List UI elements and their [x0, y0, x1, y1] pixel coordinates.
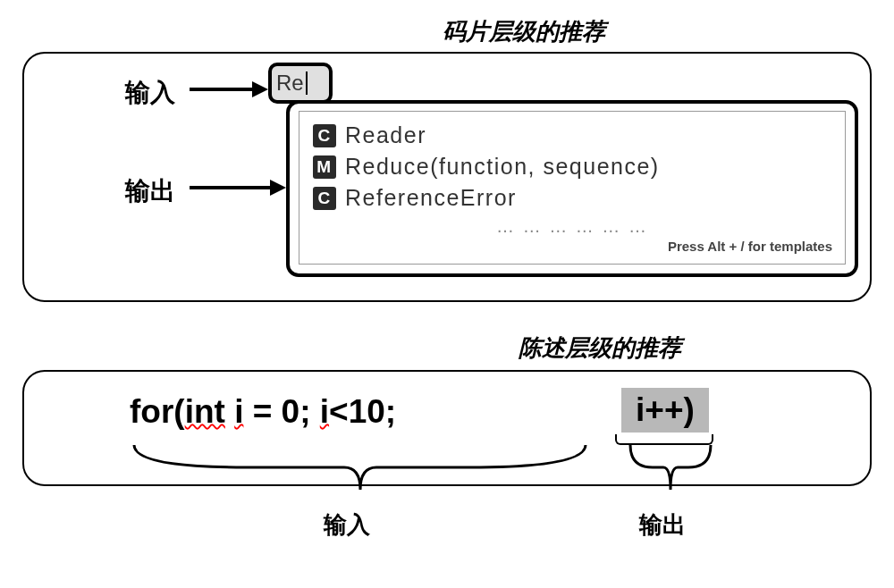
- output-label-2: 输出: [639, 509, 686, 541]
- code-int: int: [185, 393, 225, 430]
- svg-marker-3: [270, 180, 286, 196]
- popup-hint: Press Alt + / for templates: [668, 239, 832, 254]
- input-text: Re: [276, 71, 304, 96]
- popup-item-reader[interactable]: C Reader: [313, 122, 831, 148]
- input-label-2: 输入: [324, 509, 370, 541]
- code-lt: <10;: [329, 393, 396, 430]
- code-input-box[interactable]: Re: [268, 63, 333, 104]
- arrow-output-1: [190, 174, 288, 201]
- suggestion-box[interactable]: i++): [621, 388, 709, 433]
- autocomplete-popup: C Reader M Reduce(function, sequence) C …: [286, 100, 858, 277]
- popup-item-label: Reduce(function, sequence): [345, 154, 660, 180]
- arrow-input-1: [190, 76, 270, 103]
- text-cursor: [306, 71, 308, 95]
- popup-item-label: Reader: [345, 122, 426, 148]
- class-icon: C: [313, 124, 336, 147]
- section2-title: 陈述层级的推荐: [519, 332, 681, 364]
- code-space: [225, 393, 234, 430]
- code-i1: i: [234, 393, 243, 430]
- code-for: for(: [130, 393, 185, 430]
- popup-item-referenceerror[interactable]: C ReferenceError: [313, 185, 831, 211]
- curly-bracket-output: [626, 445, 715, 499]
- popup-inner: C Reader M Reduce(function, sequence) C …: [299, 111, 846, 265]
- popup-list: C Reader M Reduce(function, sequence) C …: [313, 122, 831, 237]
- code-eq: = 0;: [243, 393, 319, 430]
- method-icon: M: [313, 155, 336, 179]
- output-label-1: 输出: [125, 174, 175, 208]
- suggestion-box-frame: [615, 434, 713, 445]
- input-label-1: 输入: [125, 76, 175, 110]
- section1-title: 码片层级的推荐: [443, 16, 605, 47]
- code-statement: for(int i = 0; i<10;: [130, 393, 396, 431]
- popup-item-label: ReferenceError: [345, 185, 517, 211]
- popup-item-reduce[interactable]: M Reduce(function, sequence): [313, 154, 831, 180]
- class-icon: C: [313, 187, 336, 210]
- curly-bracket-input: [130, 445, 590, 499]
- popup-ellipsis: … … … … … …: [313, 216, 831, 237]
- code-i2: i: [320, 393, 329, 430]
- svg-marker-1: [252, 81, 268, 97]
